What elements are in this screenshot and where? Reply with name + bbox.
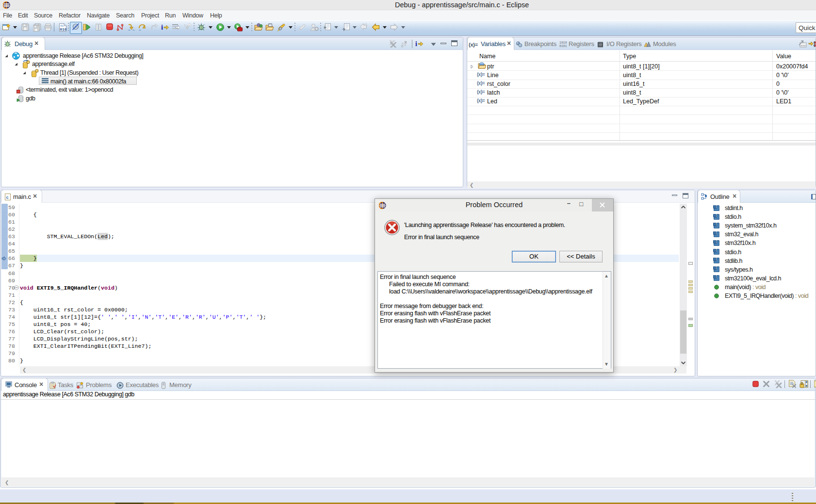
svg-text:!: ! <box>78 386 78 389</box>
svg-text:I/O: I/O <box>599 43 602 46</box>
svg-text:i: i <box>415 40 417 48</box>
svg-text:c: c <box>6 195 9 200</box>
svg-text:i: i <box>161 23 163 31</box>
svg-text:010: 010 <box>60 27 66 32</box>
